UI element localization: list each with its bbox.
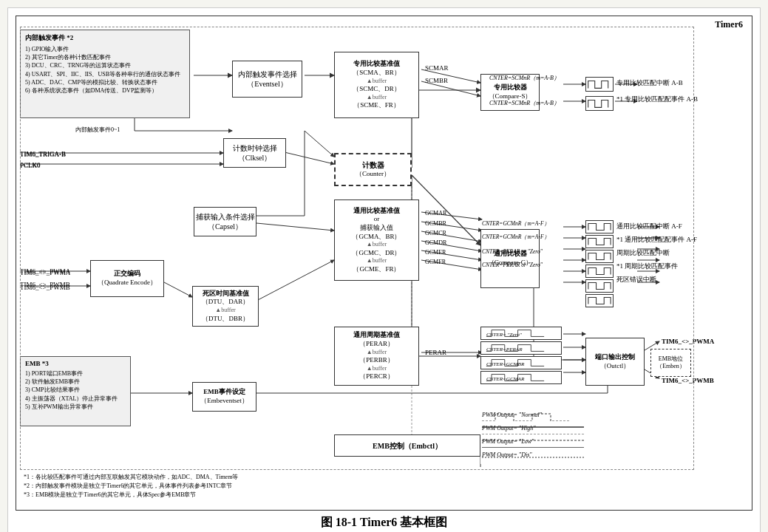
left-panel-items: 1) GPIO输入事件 2) 其它Timer的各种计数匹配事件 3) DCU、C… — [25, 45, 185, 95]
pclk0-text: PCLK0 — [20, 161, 41, 168]
period-ref-box: 通用周期基准值 （PERAR） ▲buffer （PERBR） ▲buffer … — [334, 327, 419, 386]
gcmbr-label: GCMBR — [425, 220, 446, 227]
wave-gcmcr — [585, 250, 614, 263]
embeventset-box: EMB事件设定 （Embeventset） — [192, 382, 256, 412]
clksel-line2: （Clksel） — [238, 153, 272, 163]
wave-label-gcmbr: CNTER=GCMnR（m=A-F） — [482, 233, 550, 241]
wave-period-2: CNTER=PERAR — [480, 341, 562, 355]
svg-line-9 — [256, 223, 334, 231]
counter-box: 计数器 （Counter） — [334, 153, 412, 186]
output-special-int: 专用比较匹配中断 A-B — [616, 78, 683, 88]
footnote-3: *3：EMB模块是独立于Timer6的其它单元，具体Spec参考EMB章节 — [24, 491, 238, 499]
internal-event-label: 内部触发事件0~1 — [75, 126, 120, 134]
wave-label-gcmdr: CNTER=PERAR or "Zero" — [482, 262, 543, 268]
page-caption: 图 18-1 Timer6 基本框图 — [16, 515, 752, 531]
gcmer-label: GCMER — [425, 249, 446, 256]
scmbr-label: SCMBR — [425, 77, 448, 84]
svg-text:PWM Output= "Low": PWM Output= "Low" — [481, 438, 534, 445]
wave-label-gcmar: CNTER=GCMnR（m=A-F） — [482, 220, 550, 228]
wave-gcmdr — [585, 265, 614, 278]
svg-text:PWM Output= "High": PWM Output= "High" — [481, 425, 536, 432]
eventsel-line1: 内部触发事件选择 — [238, 69, 297, 79]
general-ref-box: 通用比较基准值 or 捕获输入值 （GCMA、BR） ▲buffer （GCMC… — [334, 200, 419, 281]
svg-text:PWM Output= "Normal": PWM Output= "Normal" — [481, 412, 543, 418]
clksel-box: 计数时钟选择 （Clksel） — [223, 138, 286, 168]
gcmcr-label: GCMCR — [425, 230, 446, 236]
diagram-area: Timer6 — [16, 16, 752, 511]
wave-label-scmbr: CNTER=SCMnR（m=A-B） — [489, 99, 560, 107]
wave-period-4: CNTER=GCMAR — [480, 371, 562, 384]
capsel-box: 捕获输入条件选择 （Capsel） — [194, 207, 256, 236]
special-ref-box: 专用比较基准值 （SCMA、BR） ▲buffer （SCMC、DR） ▲buf… — [334, 52, 419, 118]
counter-title: 计数器 — [362, 160, 384, 170]
output-general-int: 通用比较匹配中断 A-F — [616, 222, 682, 231]
output-period-int: 周期比较匹配中断 — [616, 248, 670, 258]
quadrate-box: 正交编码 （Quadrate Encode） — [90, 260, 164, 297]
emb-control-box: EMB控制（Embctl） — [334, 434, 480, 457]
wave-gcmar — [585, 220, 614, 233]
dead-ref-box: 死区时间基准值 （DTU、DAR） ▲buffer （DTU、DBR） — [192, 286, 259, 327]
emb-panel: EMB *3 1) PORT端口EMB事件 2) 软件触发EMB事件 3) CM… — [20, 356, 131, 426]
scmar-label: SCMAR — [425, 64, 449, 72]
pwmb-in-text: TIM6_<>_PWMB — [20, 281, 70, 288]
wave-scmbr — [585, 96, 614, 111]
wave-pwm-dis: PWM Output= "Dis" — [480, 448, 588, 464]
svg-line-4 — [305, 131, 334, 157]
footnote-2: *2：内部触发事件模块是独立于Timer6的其它单元，具体事件列表参考INTC章… — [24, 482, 238, 491]
capsel-line1: 捕获输入条件选择 — [196, 212, 255, 222]
wave-label-gcmcr: CNTER=PERAR or "Zero" — [482, 248, 543, 255]
output-special-event: *1 专用比较匹配配事件 A-B — [616, 95, 698, 104]
gcmar-label: GCMAR — [425, 210, 446, 216]
output-pwma: TIM6_<>_PWMA — [662, 338, 714, 345]
output-pwmb: TIM6_<>_PWMB — [662, 377, 714, 384]
triga-b-text: TIM6_TRIGA-B — [20, 150, 66, 157]
wave-gcmer — [585, 279, 614, 293]
gcmdr-label: GCMDR — [425, 239, 446, 246]
emb-items: 1) PORT端口EMB事件 2) 软件触发EMB事件 3) CMP比较结果事件… — [25, 369, 126, 411]
emb-header: EMB *3 — [25, 360, 126, 367]
svg-line-56 — [256, 260, 334, 301]
wave-label-scmar: CNTER=SCMnR（m=A-B） — [489, 74, 560, 82]
clksel-line1: 计数时钟选择 — [233, 143, 277, 153]
wave-gcmbr — [585, 235, 614, 248]
output-dead-err: 死区错误中断 — [616, 275, 656, 284]
counter-sub: （Counter） — [356, 170, 390, 179]
svg-line-53 — [164, 282, 192, 297]
output-general-event: *1 通用比较匹配配事件 A-F — [616, 235, 697, 245]
perar-label: PERAR — [425, 349, 446, 356]
diagram-title: Timer6 — [715, 19, 743, 30]
eventsel-box: 内部触发事件选择 （Eventsel） — [232, 61, 302, 98]
page-container: Timer6 — [7, 7, 761, 532]
emb-label-box: EMB地位 （Emben） — [650, 349, 691, 377]
left-panel-header: 内部触发事件 *2 — [25, 33, 185, 43]
output-period-event: *1 周期比较匹配事件 — [616, 262, 678, 271]
gcmfr-label: GCMFR — [425, 259, 446, 265]
footnotes: *1：各比较匹配事件可通过内部互联触发其它模块动作，如ADC、DMA、Timem… — [24, 473, 238, 499]
wave-period-3: CNTER=GCMBR — [480, 356, 562, 369]
outctl-box: 端口输出控制 （Outctl） — [585, 338, 645, 386]
eventsel-line2: （Eventsel） — [247, 79, 287, 89]
footnote-1: *1：各比较匹配事件可通过内部互联触发其它模块动作，如ADC、DMA、Timem… — [24, 473, 238, 482]
wave-gcmfr — [585, 294, 614, 307]
left-events-panel: 内部触发事件 *2 1) GPIO输入事件 2) 其它Timer的各种计数匹配事… — [20, 30, 190, 118]
wave-period-1: CNTER= "Zero" — [480, 327, 562, 340]
pwma-in-text: TIM6_<>_PWMA — [20, 267, 70, 275]
capsel-line2: （Capsel） — [208, 222, 242, 231]
wave-scmar — [585, 77, 614, 92]
